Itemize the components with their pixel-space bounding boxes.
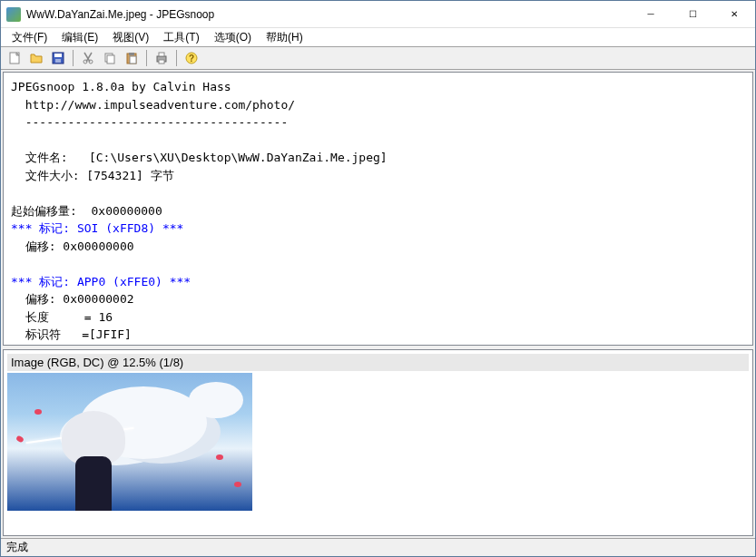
new-file-icon[interactable]: [5, 48, 25, 68]
filesize-line: 文件大小: [754321] 字节: [11, 167, 745, 185]
report-separator: -------------------------------------: [11, 113, 745, 132]
marker-soi: *** 标记: SOI (xFFD8) ***: [11, 220, 745, 238]
svg-rect-3: [55, 59, 61, 63]
toolbar-separator: [176, 50, 177, 66]
menu-file[interactable]: 文件(F): [5, 28, 54, 47]
content-area: JPEGsnoop 1.8.0a by Calvin Hass http://w…: [1, 70, 755, 538]
paste-icon[interactable]: [122, 48, 142, 68]
minimize-button[interactable]: ─: [630, 1, 672, 28]
save-file-icon[interactable]: [48, 48, 68, 68]
app-icon: [6, 7, 21, 22]
report-url: http://www.impulseadventure.com/photo/: [11, 96, 745, 114]
menubar: 文件(F) 编辑(E) 视图(V) 工具(T) 选项(O) 帮助(H): [1, 28, 755, 46]
app0-offset: 偏移: 0x00000002: [11, 290, 745, 308]
menu-options[interactable]: 选项(O): [207, 28, 259, 47]
statusbar: 完成: [1, 538, 755, 556]
toolbar-separator: [73, 50, 74, 66]
menu-view[interactable]: 视图(V): [105, 28, 156, 47]
svg-rect-12: [159, 53, 164, 56]
app0-identifier: 标识符 =[JFIF]: [11, 326, 745, 344]
svg-rect-13: [159, 60, 164, 64]
analysis-text-panel[interactable]: JPEGsnoop 1.8.0a by Calvin Hass http://w…: [3, 72, 753, 346]
svg-text:?: ?: [189, 54, 194, 64]
image-caption: Image (RGB, DC) @ 12.5% (1/8): [7, 354, 749, 371]
open-file-icon[interactable]: [26, 48, 46, 68]
copy-icon[interactable]: [100, 48, 120, 68]
toolbar: ?: [1, 46, 755, 70]
menu-edit[interactable]: 编辑(E): [54, 28, 105, 47]
start-offset-line: 起始偏移量: 0x00000000: [11, 202, 745, 220]
close-button[interactable]: ✕: [713, 1, 755, 28]
blank-line: [11, 132, 745, 150]
report-header: JPEGsnoop 1.8.0a by Calvin Hass: [11, 78, 745, 96]
image-preview-panel[interactable]: Image (RGB, DC) @ 12.5% (1/8): [3, 349, 753, 536]
window-title: WwW.DaYanZai.Me.jpeg - JPEGsnoop: [26, 8, 630, 21]
maximize-button[interactable]: ☐: [672, 1, 713, 28]
help-icon[interactable]: ?: [182, 48, 201, 68]
svg-rect-2: [54, 54, 62, 57]
filename-line: 文件名: [C:\Users\XU\Desktop\WwW.DaYanZai.M…: [11, 149, 745, 167]
svg-rect-10: [130, 56, 136, 64]
status-text: 完成: [6, 540, 28, 555]
window-controls: ─ ☐ ✕: [630, 1, 755, 28]
app0-length: 长度 = 16: [11, 308, 745, 327]
cut-icon[interactable]: [78, 48, 98, 68]
soi-offset: 偏移: 0x00000000: [11, 238, 745, 256]
svg-rect-9: [129, 53, 134, 55]
menu-help[interactable]: 帮助(H): [259, 28, 310, 47]
blank-line: [11, 255, 745, 273]
toolbar-separator: [146, 50, 147, 66]
titlebar: WwW.DaYanZai.Me.jpeg - JPEGsnoop ─ ☐ ✕: [1, 1, 755, 28]
decoded-image-preview: [7, 373, 252, 511]
blank-line: [11, 184, 745, 202]
menu-tools[interactable]: 工具(T): [156, 28, 206, 47]
svg-rect-7: [107, 55, 114, 64]
marker-app0: *** 标记: APP0 (xFFE0) ***: [11, 273, 745, 291]
print-icon[interactable]: [152, 48, 172, 68]
